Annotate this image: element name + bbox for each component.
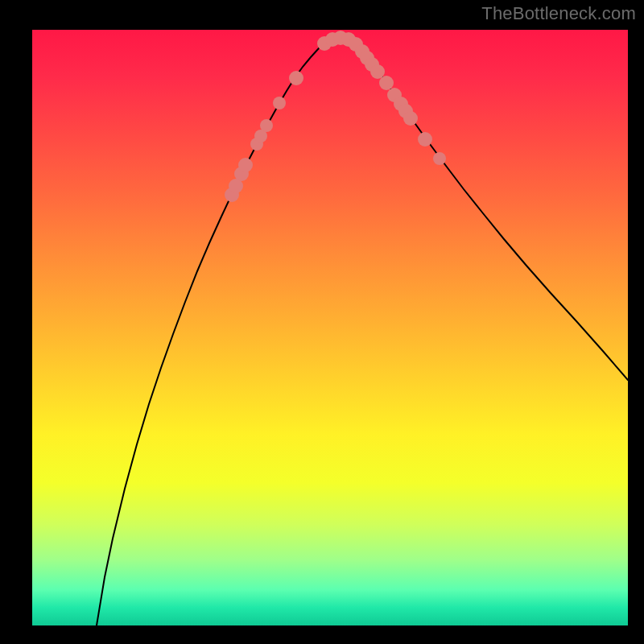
dot-right-3 [370, 64, 385, 79]
dot-left-3 [238, 158, 253, 172]
dot-left-8 [289, 71, 303, 85]
dot-right-9 [418, 132, 432, 147]
curve-layer [32, 30, 628, 625]
dot-left-7 [273, 97, 286, 109]
left-curve [97, 41, 327, 625]
dot-right-4 [379, 76, 394, 90]
chart-frame: TheBottleneck.com [0, 0, 644, 644]
plot-area [32, 30, 628, 625]
dot-right-10 [433, 152, 446, 165]
dot-right-8 [403, 111, 418, 126]
dots-left-group [225, 71, 303, 202]
dot-left-6 [260, 119, 273, 132]
watermark-text: TheBottleneck.com [481, 3, 636, 24]
